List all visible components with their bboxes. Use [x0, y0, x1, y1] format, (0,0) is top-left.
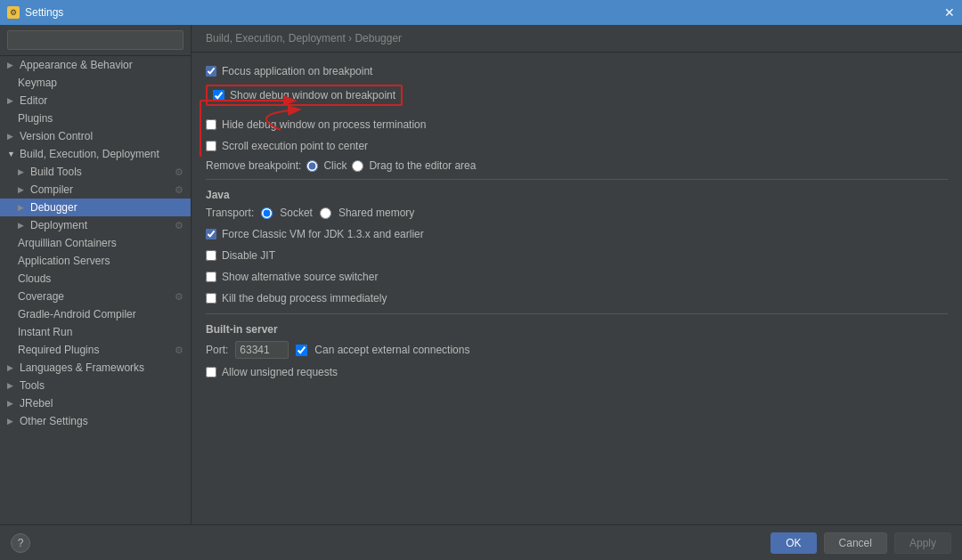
kill-debug-checkbox[interactable] [206, 293, 216, 304]
sidebar-item-gradle-android[interactable]: Gradle-Android Compiler [0, 305, 191, 323]
sidebar-item-editor[interactable]: ▶ Editor [0, 92, 191, 110]
settings-panel: Focus application on breakpoint Show deb… [192, 53, 962, 524]
sidebar-label: Instant Run [18, 326, 72, 338]
sidebar-item-build-exec-deploy[interactable]: ▼ Build, Execution, Deployment [0, 145, 191, 163]
sidebar-item-deployment[interactable]: ▶ Deployment ⚙ [0, 216, 191, 234]
show-debug-checkbox[interactable] [213, 90, 224, 101]
sidebar-label: Clouds [18, 272, 51, 285]
arrow-icon: ▶ [18, 167, 27, 176]
java-section-label: Java [206, 189, 948, 201]
sidebar-item-keymap[interactable]: Keymap [0, 74, 191, 92]
sidebar-label: Required Plugins [18, 344, 99, 356]
sidebar: ▶ Appearance & Behavior Keymap ▶ Editor … [0, 25, 192, 524]
sidebar-label: Build, Execution, Deployment [20, 148, 159, 160]
remove-breakpoint-row: Remove breakpoint: Click Drag to the edi… [206, 159, 948, 172]
disable-jit-label: Disable JIT [222, 249, 275, 262]
main-content: Build, Execution, Deployment › Debugger … [192, 25, 962, 524]
force-classic-vm-row: Force Classic VM for JDK 1.3.x and earli… [206, 226, 948, 242]
sidebar-item-tools[interactable]: ▶ Tools [0, 377, 191, 394]
sidebar-item-languages-frameworks[interactable]: ▶ Languages & Frameworks [0, 359, 191, 377]
cancel-button[interactable]: Cancel [824, 532, 887, 554]
show-debug-label: Show debug window on breakpoint [230, 89, 395, 101]
hide-debug-row: Hide debug window on process termination [206, 117, 948, 133]
force-classic-vm-checkbox[interactable] [206, 229, 216, 239]
disable-jit-checkbox[interactable] [206, 250, 216, 261]
focus-breakpoint-row: Focus application on breakpoint [206, 63, 948, 79]
gear-icon: ⚙ [175, 220, 183, 231]
arrow-icon: ▶ [7, 381, 16, 390]
help-button[interactable]: ? [11, 533, 30, 553]
can-accept-checkbox[interactable] [296, 345, 307, 356]
gear-icon: ⚙ [175, 166, 183, 178]
hide-debug-label: Hide debug window on process termination [222, 118, 426, 131]
socket-radio[interactable] [261, 207, 273, 219]
focus-breakpoint-label: Focus application on breakpoint [222, 65, 372, 77]
sidebar-item-clouds[interactable]: Clouds [0, 270, 191, 288]
sidebar-label: Compiler [30, 183, 73, 196]
show-alt-source-checkbox[interactable] [206, 272, 216, 282]
allow-unsigned-row: Allow unsigned requests [206, 364, 948, 380]
kill-debug-row: Kill the debug process immediately [206, 290, 948, 306]
breadcrumb: Build, Execution, Deployment › Debugger [192, 25, 962, 53]
port-input[interactable] [235, 341, 289, 359]
sidebar-item-plugins[interactable]: Plugins [0, 110, 191, 127]
sidebar-item-arquillian[interactable]: Arquillian Containers [0, 234, 191, 252]
allow-unsigned-checkbox[interactable] [206, 367, 216, 377]
arrow-icon: ▶ [7, 96, 16, 105]
click-radio[interactable] [306, 160, 318, 172]
sidebar-item-build-tools[interactable]: ▶ Build Tools ⚙ [0, 163, 191, 181]
search-input[interactable] [7, 30, 183, 50]
scroll-execution-checkbox[interactable] [206, 141, 216, 151]
ok-button[interactable]: OK [770, 532, 816, 554]
sidebar-label: Deployment [30, 219, 87, 231]
sidebar-item-other-settings[interactable]: ▶ Other Settings [0, 412, 191, 430]
footer-buttons: OK Cancel Apply [770, 532, 951, 554]
settings-icon: ⚙ [7, 6, 20, 19]
sidebar-item-compiler[interactable]: ▶ Compiler ⚙ [0, 181, 191, 199]
sidebar-label: JRebel [20, 397, 53, 410]
content-area: ▶ Appearance & Behavior Keymap ▶ Editor … [0, 25, 962, 524]
sidebar-item-required-plugins[interactable]: Required Plugins ⚙ [0, 341, 191, 359]
scroll-execution-row: Scroll execution point to center [206, 138, 948, 154]
arrow-icon: ▶ [18, 185, 27, 194]
kill-debug-label: Kill the debug process immediately [222, 292, 387, 304]
divider-builtin [206, 313, 948, 314]
can-accept-label: Can accept external connections [314, 344, 469, 356]
hide-debug-checkbox[interactable] [206, 119, 216, 130]
sidebar-label: Debugger [30, 201, 77, 214]
transport-label: Transport: [206, 207, 254, 219]
sidebar-item-coverage[interactable]: Coverage ⚙ [0, 288, 191, 305]
gear-icon: ⚙ [175, 291, 183, 303]
main-wrapper: Build, Execution, Deployment › Debugger … [192, 25, 962, 524]
drag-label: Drag to the editor area [369, 159, 476, 172]
focus-breakpoint-checkbox[interactable] [206, 66, 216, 77]
sidebar-item-jrebel[interactable]: ▶ JRebel [0, 394, 191, 412]
sidebar-item-instant-run[interactable]: Instant Run [0, 323, 191, 341]
sidebar-label: Version Control [20, 130, 93, 142]
show-alt-source-row: Show alternative source switcher [206, 269, 948, 285]
arrow-icon: ▶ [7, 132, 16, 141]
divider-java [206, 179, 948, 180]
show-debug-highlight-box: Show debug window on breakpoint [206, 85, 403, 106]
apply-button[interactable]: Apply [894, 532, 951, 554]
close-button[interactable]: ✕ [944, 6, 955, 19]
arrow-icon: ▶ [7, 363, 16, 372]
title-bar-left: ⚙ Settings [7, 6, 63, 19]
drag-radio[interactable] [352, 160, 363, 172]
arrow-icon: ▶ [18, 203, 27, 212]
sidebar-label: Gradle-Android Compiler [18, 308, 136, 321]
arrow-icon: ▶ [18, 221, 27, 230]
click-label: Click [323, 159, 346, 172]
shared-memory-radio[interactable] [320, 207, 331, 219]
disable-jit-row: Disable JIT [206, 248, 948, 264]
sidebar-item-appearance[interactable]: ▶ Appearance & Behavior [0, 56, 191, 74]
sidebar-item-debugger[interactable]: ▶ Debugger [0, 199, 191, 216]
builtin-server-label: Built-in server [206, 323, 948, 336]
sidebar-label: Tools [20, 379, 45, 392]
sidebar-label: Arquillian Containers [18, 237, 117, 249]
footer: ? OK Cancel Apply [0, 524, 962, 560]
sidebar-item-app-servers[interactable]: Application Servers [0, 252, 191, 270]
scroll-execution-label: Scroll execution point to center [222, 140, 368, 152]
sidebar-item-version-control[interactable]: ▶ Version Control [0, 127, 191, 145]
sidebar-label: Editor [20, 94, 47, 107]
